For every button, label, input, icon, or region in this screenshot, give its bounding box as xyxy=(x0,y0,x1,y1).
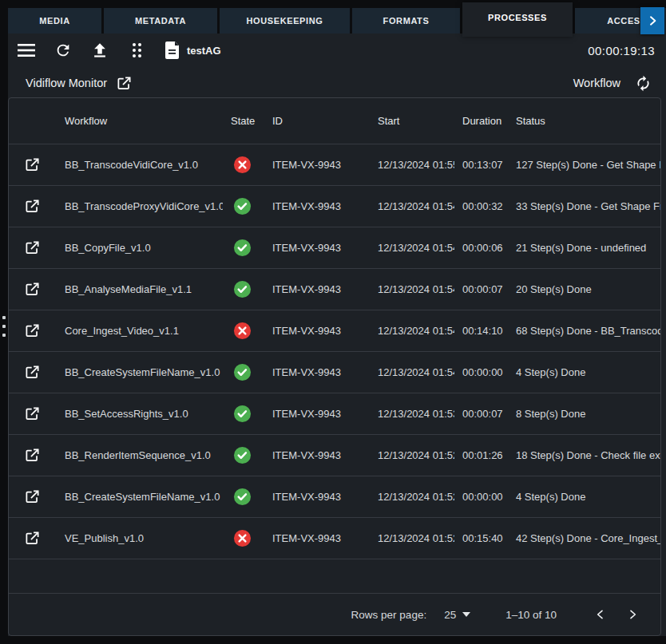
chevron-right-icon xyxy=(626,608,639,621)
table-row[interactable]: BB_TranscodeProxyVidiCore_v1.0ITEM-VX-99… xyxy=(9,185,660,227)
workflow-name: BB_TranscodeProxyVidiCore_v1.0 xyxy=(57,200,223,212)
table-row[interactable]: Core_Ingest_Video_v1.1ITEM-VX-994312/13/… xyxy=(9,310,660,351)
table-row[interactable]: BB_CreateSystemFileName_v1.0ITEM-VX-9943… xyxy=(9,351,660,393)
tab-processes[interactable]: PROCESSES xyxy=(462,2,573,37)
item-id: ITEM-VX-9943 xyxy=(264,200,370,212)
duration: 00:01:26 xyxy=(454,449,508,461)
tab-bar: MEDIAMETADATAHOUSEKEEPINGFORMATSPROCESSE… xyxy=(8,0,666,37)
document-title: testAG xyxy=(165,41,221,59)
upload-icon xyxy=(91,41,109,59)
tabs-scroll-next-button[interactable] xyxy=(640,7,664,34)
menu-button[interactable] xyxy=(16,40,37,61)
main-panel: testAG 00:00:19:13 Vidiflow Monitor Work… xyxy=(8,34,666,636)
status-text: 68 Step(s) Done - BB_TranscodeVidi xyxy=(508,325,660,337)
error-circle-icon xyxy=(233,322,264,340)
apps-grid-button[interactable] xyxy=(126,40,147,61)
workflow-panel-label: Workflow xyxy=(573,77,620,89)
status-text: 18 Step(s) Done - Check file existenc xyxy=(508,449,660,461)
col-header-workflow: Workflow xyxy=(57,115,223,127)
upload-button[interactable] xyxy=(89,40,110,61)
duration: 00:13:07 xyxy=(454,159,508,171)
check-circle-icon xyxy=(233,239,264,257)
sync-workflow-button[interactable] xyxy=(635,75,652,92)
check-circle-icon xyxy=(233,363,264,381)
rows-per-page-select[interactable]: 25 xyxy=(444,609,470,621)
monitor-row: Vidiflow Monitor Workflow xyxy=(8,67,666,99)
external-link-icon[interactable] xyxy=(25,240,57,255)
item-id: ITEM-VX-9943 xyxy=(264,325,370,337)
item-id: ITEM-VX-9943 xyxy=(264,408,370,420)
next-page-button[interactable] xyxy=(622,604,643,625)
external-link-icon[interactable] xyxy=(25,489,57,504)
check-circle-icon xyxy=(233,405,264,423)
workflow-name: BB_CreateSystemFileName_v1.0 xyxy=(57,491,223,503)
previous-page-button[interactable] xyxy=(590,604,611,625)
external-link-icon[interactable] xyxy=(25,157,57,172)
external-link-icon[interactable] xyxy=(25,448,57,463)
app-window: MEDIAMETADATAHOUSEKEEPINGFORMATSPROCESSE… xyxy=(0,0,666,644)
workflow-name: BB_CopyFile_v1.0 xyxy=(57,242,223,254)
workflow-name: BB_TranscodeVidiCore_v1.0 xyxy=(57,159,223,171)
duration: 00:00:07 xyxy=(454,408,508,420)
refresh-icon xyxy=(54,41,72,59)
start-time: 12/13/2024 01:52: xyxy=(370,532,454,544)
tab-housekeeping[interactable]: HOUSEKEEPING xyxy=(220,8,350,34)
duration: 00:00:00 xyxy=(454,491,508,503)
table-row[interactable]: BB_CopyFile_v1.0ITEM-VX-994312/13/2024 0… xyxy=(9,227,660,268)
workflow-name: VE_Publish_v1.0 xyxy=(57,532,223,544)
start-time: 12/13/2024 01:55: xyxy=(370,159,454,171)
hamburger-icon xyxy=(18,43,35,57)
start-time: 12/13/2024 01:53: xyxy=(370,408,454,420)
item-id: ITEM-VX-9943 xyxy=(264,491,370,503)
table-row[interactable]: VE_Publish_v1.0ITEM-VX-994312/13/2024 01… xyxy=(9,517,660,559)
chevron-left-icon xyxy=(594,608,607,621)
error-circle-icon xyxy=(233,156,264,174)
tab-media[interactable]: MEDIA xyxy=(8,8,101,34)
table-row[interactable]: BB_TranscodeVidiCore_v1.0ITEM-VX-994312/… xyxy=(9,144,660,185)
start-time: 12/13/2024 01:52: xyxy=(370,449,454,461)
item-id: ITEM-VX-9943 xyxy=(264,283,370,295)
item-id: ITEM-VX-9943 xyxy=(264,159,370,171)
dots-grid-icon xyxy=(133,43,141,57)
table-header: Workflow State ID Start Duration Status xyxy=(9,98,660,144)
start-time: 12/13/2024 01:54: xyxy=(370,242,454,254)
tab-metadata[interactable]: METADATA xyxy=(104,8,217,34)
page-title: Vidiflow Monitor xyxy=(26,77,107,89)
status-text: 21 Step(s) Done - undefined xyxy=(508,242,660,254)
pagination-range: 1–10 of 10 xyxy=(505,609,557,621)
tab-formats[interactable]: FORMATS xyxy=(352,8,460,34)
duration: 00:14:10 xyxy=(454,325,508,337)
col-header-id: ID xyxy=(264,115,370,127)
external-link-icon[interactable] xyxy=(25,365,57,380)
external-link-icon[interactable] xyxy=(25,199,57,214)
external-link-icon[interactable] xyxy=(25,323,57,338)
table-row[interactable]: BB_RenderItemSequence_v1.0ITEM-VX-994312… xyxy=(9,434,660,476)
workflow-name: BB_AnalyseMediaFile_v1.1 xyxy=(57,283,223,295)
item-id: ITEM-VX-9943 xyxy=(264,366,370,378)
external-link-icon[interactable] xyxy=(25,406,57,421)
open-monitor-button[interactable] xyxy=(117,76,132,91)
table-row[interactable]: BB_AnalyseMediaFile_v1.1ITEM-VX-994312/1… xyxy=(9,268,660,310)
caret-down-icon xyxy=(462,612,470,617)
external-link-icon[interactable] xyxy=(25,531,57,546)
duration: 00:00:32 xyxy=(454,200,508,212)
duration: 00:00:07 xyxy=(454,283,508,295)
table-empty-area xyxy=(9,559,660,593)
sync-icon xyxy=(635,75,652,92)
document-title-label: testAG xyxy=(187,45,221,57)
table-row[interactable]: BB_SetAccessRights_v1.0ITEM-VX-994312/13… xyxy=(9,393,660,434)
external-link-icon[interactable] xyxy=(25,282,57,297)
refresh-button[interactable] xyxy=(53,40,73,61)
start-time: 12/13/2024 01:52: xyxy=(370,491,454,503)
timecode-display: 00:00:19:13 xyxy=(588,44,655,57)
workflow-name: BB_RenderItemSequence_v1.0 xyxy=(57,449,223,461)
col-header-state: State xyxy=(223,115,264,127)
item-id: ITEM-VX-9943 xyxy=(264,449,370,461)
table-row[interactable]: BB_CreateSystemFileName_v1.0ITEM-VX-9943… xyxy=(9,476,660,517)
duration: 00:00:00 xyxy=(454,366,508,378)
panel-drag-handle[interactable] xyxy=(1,316,7,337)
check-circle-icon xyxy=(233,446,264,464)
check-circle-icon xyxy=(233,280,264,298)
status-text: 8 Step(s) Done xyxy=(508,408,660,420)
item-id: ITEM-VX-9943 xyxy=(264,532,370,544)
